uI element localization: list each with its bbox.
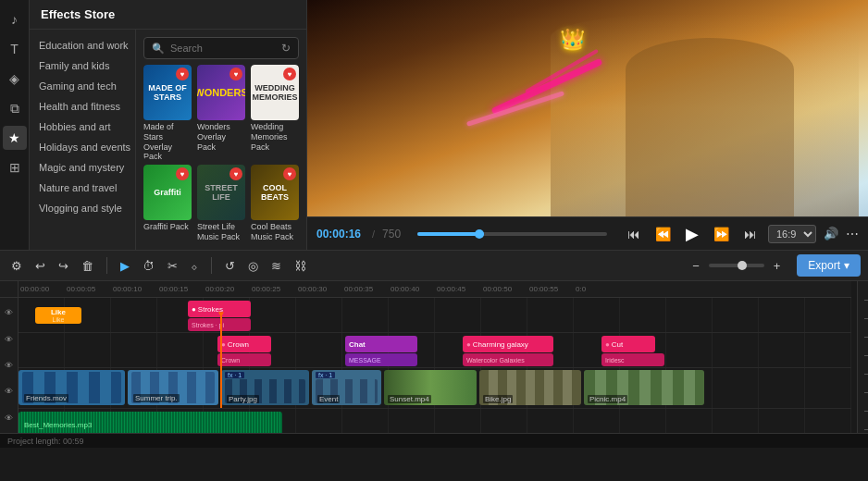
badge-wonders: ♥ [229, 68, 242, 80]
ruler-tick-5 [864, 374, 868, 375]
clip-best-memories[interactable]: Best_Memories.mp3 [19, 412, 282, 433]
search-input[interactable] [170, 43, 276, 54]
clip-strokes-sub[interactable]: Strokes · pi [188, 318, 251, 331]
transition-icon[interactable]: ⧉ [3, 96, 27, 120]
frame-forward-button[interactable]: ⏩ [710, 225, 733, 243]
timeline-settings-icon[interactable]: ⚙ [7, 257, 26, 275]
delete-button[interactable]: 🗑 [78, 257, 97, 275]
separator-2 [211, 257, 212, 274]
clip-like-sub: Like [53, 316, 65, 323]
clip-event-label: Event [317, 395, 340, 403]
video-track: Friends.mov Summer trip. fx · 1 [19, 368, 851, 409]
clip-chat[interactable]: Chat [345, 336, 417, 352]
effect-card-cool-beats[interactable]: COOL BEATS ♥ Cool Beats Music Pack [251, 165, 299, 242]
frame-back-button[interactable]: ⏪ [651, 225, 675, 243]
effect-card-wedding[interactable]: WEDDING MEMORIES ♥ Wedding Memories Pack [251, 65, 299, 159]
track-eye-overlay2[interactable]: 👁 [5, 335, 13, 344]
category-item-magic[interactable]: Magic and mystery [30, 157, 135, 178]
search-icon: 🔍 [152, 43, 165, 55]
effects-title: Effects Store [41, 7, 115, 21]
category-item-family[interactable]: Family and kids [30, 56, 135, 76]
clip-party[interactable]: fx · 1 Party.jpg [221, 370, 309, 405]
clip-message-label: MESSAGE [349, 357, 381, 364]
split-button[interactable]: ⬦ [187, 257, 202, 275]
ruler-mark-1: 00:00:05 [67, 285, 95, 293]
app-container: ♪ T ◈ ⧉ ★ ⊞ Effects Store Education and … [0, 0, 868, 481]
skip-forward-button[interactable]: ⏭ [740, 225, 761, 243]
zoom-out-button[interactable]: − [688, 257, 703, 275]
effects-grid: MADE OF STARS ♥ Made of Stars Overlay Pa… [143, 65, 299, 242]
effect-card-graffiti[interactable]: Graffiti ♥ Graffiti Pack [143, 165, 192, 242]
play-button[interactable]: ▶ [682, 222, 702, 246]
right-side-ruler [857, 281, 868, 433]
effects-icon[interactable]: ◈ [3, 67, 27, 91]
clip-summer[interactable]: Summer trip. [128, 370, 218, 405]
sticker-icon[interactable]: ★ [3, 126, 27, 150]
audio-button[interactable]: ≋ [267, 257, 285, 275]
clip-charming[interactable]: ● Charming galaxy [463, 336, 553, 352]
refresh-icon[interactable]: ↻ [281, 42, 291, 55]
export-button[interactable]: Export ▾ [797, 254, 861, 277]
clip-like[interactable]: Like Like [35, 307, 81, 324]
timeline-toolbar: ⚙ ↩ ↪ 🗑 ▶ ⏱ ✂ ⬦ ↺ ◎ ≋ ⛓ − + Export [0, 250, 868, 281]
ruler-mark-11: 00:00:55 [529, 285, 558, 293]
clip-sunset[interactable]: Sunset.mp4 [384, 370, 477, 405]
more-options-button[interactable]: ⋯ [846, 227, 859, 241]
clip-bike-label: Bike.jpg [483, 395, 513, 403]
music-icon[interactable]: ♪ [3, 7, 27, 31]
overlay-track-1: Like Like ● Strokes Strokes · pi [19, 298, 851, 333]
track-eye-audio1[interactable]: 👁 [5, 387, 13, 396]
category-item-hobbies[interactable]: Hobbies and art [30, 117, 135, 137]
clip-picnic[interactable]: Picnic.mp4 [584, 370, 704, 405]
clip-summer-label: Summer trip. [133, 394, 180, 402]
category-item-vlogging[interactable]: Vlogging and style [30, 198, 135, 218]
zoom-slider[interactable] [709, 264, 764, 267]
timeline-ruler: 00:00:00 00:00:05 00:00:10 00:00:15 00:0… [19, 281, 851, 298]
clip-bike-thumb: Bike.jpg [479, 370, 581, 405]
project-length-bar: Project length: 00:59 [0, 433, 868, 448]
clip-crown[interactable]: ● Crown [217, 336, 271, 352]
timer-icon[interactable]: ⏱ [139, 257, 158, 275]
track-eye-video[interactable]: 👁 [5, 361, 13, 370]
category-item-gaming[interactable]: Gaming and tech [30, 76, 135, 96]
clip-party-label: Party.jpg [227, 395, 259, 403]
playback-bar: 00:00:16 / 750 ⏮ ⏪ ▶ ⏩ ⏭ 16:9 🔊 ⋯ [307, 216, 868, 250]
track-icons-column: 👁 👁 👁 👁 👁 [0, 281, 19, 433]
overlay-track-2: ● Crown Crown Chat MESSAGE [19, 333, 851, 368]
category-item-health[interactable]: Health and fitness [30, 96, 135, 117]
undo-button[interactable]: ↩ [31, 257, 49, 275]
track-eye-audio2[interactable]: 👁 [5, 413, 13, 423]
playhead-arrow: ▼ [217, 309, 226, 319]
clip-friends[interactable]: Friends.mov [19, 370, 125, 405]
category-item-education[interactable]: Education and work [30, 35, 135, 56]
marker-button[interactable]: ◎ [244, 257, 262, 275]
timeline-tracks[interactable]: 00:00:00 00:00:05 00:00:10 00:00:15 00:0… [19, 281, 857, 433]
ruler-mark-10: 00:00:50 [483, 285, 512, 293]
play-timeline-button[interactable]: ▶ [117, 257, 133, 275]
zoom-in-button[interactable]: + [770, 257, 785, 275]
skip-back-button[interactable]: ⏮ [624, 225, 644, 243]
aspect-ratio-select[interactable]: 16:9 [768, 225, 816, 243]
effect-card-street[interactable]: STREET LIFE ♥ Street Life Music Pack [197, 165, 245, 242]
playhead: ▼ [220, 316, 222, 408]
playback-progress[interactable] [417, 232, 607, 236]
effect-card-made-of-stars[interactable]: MADE OF STARS ♥ Made of Stars Overlay Pa… [143, 65, 192, 159]
ruler-mark-9: 00:00:45 [437, 285, 465, 293]
template-icon[interactable]: ⊞ [3, 155, 27, 179]
text-icon[interactable]: T [3, 37, 27, 61]
icon-sidebar: ♪ T ◈ ⧉ ★ ⊞ [0, 0, 30, 250]
clip-iridesc-sub: Iridesc [601, 353, 664, 366]
redo-button[interactable]: ↪ [55, 257, 72, 275]
effect-card-wonders[interactable]: WONDERS ♥ Wonders Overlay Pack [197, 65, 245, 159]
category-item-nature[interactable]: Nature and travel [30, 178, 135, 198]
track-eye-overlay1[interactable]: 👁 [5, 308, 13, 317]
clip-cut[interactable]: ● Cut [601, 336, 655, 352]
clip-event[interactable]: fx · 1 Event [312, 370, 381, 405]
volume-icon[interactable]: 🔊 [824, 227, 838, 240]
loop-button[interactable]: ↺ [221, 257, 239, 275]
cut-button[interactable]: ✂ [164, 257, 181, 275]
clip-event-thumb: Event [316, 379, 378, 403]
category-item-holidays[interactable]: Holidays and events [30, 137, 135, 157]
link-button[interactable]: ⛓ [291, 257, 310, 275]
clip-bike[interactable]: Bike.jpg [479, 370, 581, 405]
